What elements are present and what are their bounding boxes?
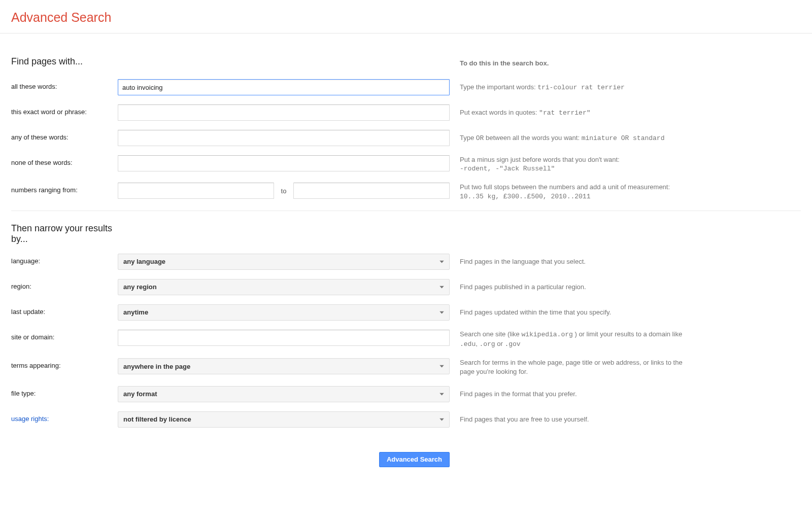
chevron-down-icon bbox=[439, 393, 444, 396]
label-site: site or domain: bbox=[11, 330, 118, 341]
submit-row: Advanced Search bbox=[0, 437, 812, 467]
row-all-words: all these words: Type the important word… bbox=[11, 79, 801, 95]
label-any-words: any of these words: bbox=[11, 130, 118, 141]
chevron-down-icon bbox=[439, 418, 444, 421]
advanced-search-button[interactable]: Advanced Search bbox=[379, 452, 450, 467]
label-usage-rights-link[interactable]: usage rights: bbox=[11, 411, 118, 423]
row-any-words: any of these words: Type OR between all … bbox=[11, 130, 801, 146]
input-all-words[interactable] bbox=[118, 79, 450, 95]
row-last-update: last update: anytime Find pages updated … bbox=[11, 304, 801, 321]
hint-heading: To do this in the search box. bbox=[460, 59, 549, 67]
label-region: region: bbox=[11, 279, 118, 290]
select-terms-value: anywhere in the page bbox=[123, 363, 190, 370]
label-filetype: file type: bbox=[11, 386, 118, 397]
hint-filetype: Find pages in the format that you prefer… bbox=[460, 386, 683, 399]
select-filetype[interactable]: any format bbox=[118, 386, 450, 402]
chevron-down-icon bbox=[439, 260, 444, 263]
row-terms: terms appearing: anywhere in the page Se… bbox=[11, 358, 801, 376]
hint-last-update: Find pages updated within the time that … bbox=[460, 304, 683, 317]
select-language-value: any language bbox=[123, 258, 165, 265]
hint-rights: Find pages that you are free to use your… bbox=[460, 411, 683, 424]
label-last-update: last update: bbox=[11, 304, 118, 316]
hint-exact-phrase: Put exact words in quotes: "rat terrier" bbox=[460, 104, 683, 118]
row-region: region: any region Find pages published … bbox=[11, 279, 801, 295]
row-site: site or domain: Search one site (like wi… bbox=[11, 330, 801, 349]
input-number-from[interactable] bbox=[118, 183, 274, 199]
select-last-update-value: anytime bbox=[123, 308, 148, 316]
input-exact-phrase[interactable] bbox=[118, 104, 450, 121]
find-section-head: Find pages with... To do this in the sea… bbox=[11, 56, 801, 67]
find-heading: Find pages with... bbox=[11, 56, 118, 67]
numbers-to-label: to bbox=[279, 187, 289, 195]
label-language: language: bbox=[11, 254, 118, 265]
label-terms: terms appearing: bbox=[11, 358, 118, 369]
select-region-value: any region bbox=[123, 283, 157, 291]
select-language[interactable]: any language bbox=[118, 254, 450, 270]
hint-terms: Search for terms in the whole page, page… bbox=[460, 358, 683, 376]
hint-none-words: Put a minus sign just before words that … bbox=[460, 155, 683, 173]
hint-numbers: Put two full stops between the numbers a… bbox=[460, 183, 683, 201]
row-numbers: numbers ranging from: to Put two full st… bbox=[11, 183, 801, 201]
page-title: Advanced Search bbox=[11, 10, 812, 25]
select-last-update[interactable]: anytime bbox=[118, 304, 450, 321]
narrow-heading: Then narrow your results by... bbox=[11, 223, 118, 244]
page-header: Advanced Search bbox=[0, 0, 812, 33]
input-any-words[interactable] bbox=[118, 130, 450, 146]
row-exact-phrase: this exact word or phrase: Put exact wor… bbox=[11, 104, 801, 121]
select-rights[interactable]: not filtered by licence bbox=[118, 411, 450, 428]
row-filetype: file type: any format Find pages in the … bbox=[11, 386, 801, 402]
select-terms[interactable]: anywhere in the page bbox=[118, 358, 450, 374]
hint-all-words: Type the important words: tri-colour rat… bbox=[460, 79, 683, 92]
chevron-down-icon bbox=[439, 311, 444, 314]
narrow-section: Then narrow your results by... language:… bbox=[0, 211, 812, 428]
narrow-section-head: Then narrow your results by... bbox=[11, 223, 801, 244]
chevron-down-icon bbox=[439, 286, 444, 289]
row-language: language: any language Find pages in the… bbox=[11, 254, 801, 270]
input-number-to[interactable] bbox=[293, 183, 450, 199]
label-numbers: numbers ranging from: bbox=[11, 183, 118, 194]
label-exact-phrase: this exact word or phrase: bbox=[11, 104, 118, 116]
select-rights-value: not filtered by licence bbox=[123, 415, 191, 423]
row-rights: usage rights: not filtered by licence Fi… bbox=[11, 411, 801, 428]
hint-site: Search one site (like wikipedia.org ) or… bbox=[460, 330, 683, 349]
hint-language: Find pages in the language that you sele… bbox=[460, 254, 683, 266]
label-all-words: all these words: bbox=[11, 79, 118, 90]
input-none-words[interactable] bbox=[118, 155, 450, 171]
hint-region: Find pages published in a particular reg… bbox=[460, 279, 683, 292]
hint-any-words: Type OR between all the words you want: … bbox=[460, 130, 683, 143]
select-region[interactable]: any region bbox=[118, 279, 450, 295]
input-site[interactable] bbox=[118, 330, 450, 346]
advanced-search-page: Advanced Search Find pages with... To do… bbox=[0, 0, 812, 524]
chevron-down-icon bbox=[439, 365, 444, 368]
row-none-words: none of these words: Put a minus sign ju… bbox=[11, 155, 801, 173]
select-filetype-value: any format bbox=[123, 390, 157, 398]
label-none-words: none of these words: bbox=[11, 155, 118, 166]
find-section: Find pages with... To do this in the sea… bbox=[0, 33, 812, 201]
